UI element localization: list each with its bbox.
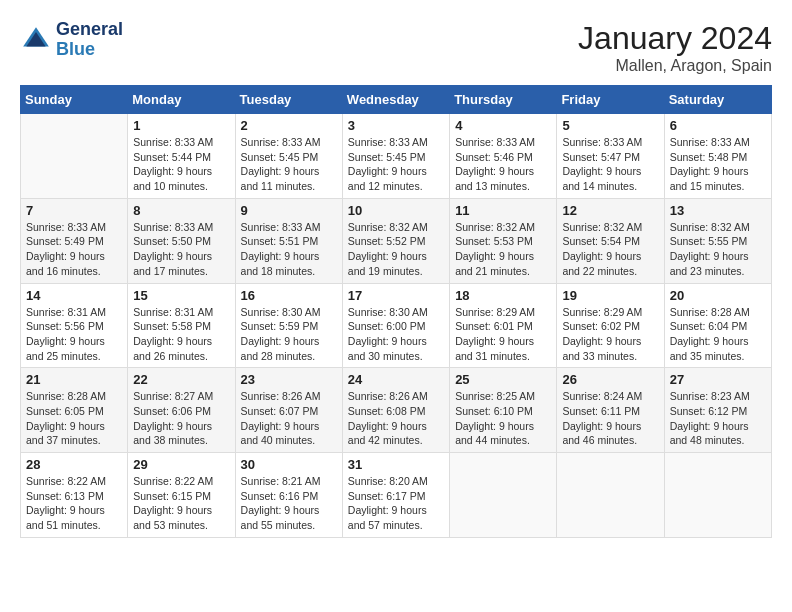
day-info: Sunrise: 8:33 AMSunset: 5:44 PMDaylight:… [133, 135, 229, 194]
day-info: Sunrise: 8:24 AMSunset: 6:11 PMDaylight:… [562, 389, 658, 448]
calendar-week-3: 14Sunrise: 8:31 AMSunset: 5:56 PMDayligh… [21, 283, 772, 368]
day-info: Sunrise: 8:33 AMSunset: 5:49 PMDaylight:… [26, 220, 122, 279]
calendar-body: 1Sunrise: 8:33 AMSunset: 5:44 PMDaylight… [21, 114, 772, 538]
day-number: 29 [133, 457, 229, 472]
calendar-cell: 10Sunrise: 8:32 AMSunset: 5:52 PMDayligh… [342, 198, 449, 283]
calendar-cell: 1Sunrise: 8:33 AMSunset: 5:44 PMDaylight… [128, 114, 235, 199]
calendar-cell: 18Sunrise: 8:29 AMSunset: 6:01 PMDayligh… [450, 283, 557, 368]
calendar-cell: 5Sunrise: 8:33 AMSunset: 5:47 PMDaylight… [557, 114, 664, 199]
header-day-sunday: Sunday [21, 86, 128, 114]
day-number: 30 [241, 457, 337, 472]
calendar-cell: 4Sunrise: 8:33 AMSunset: 5:46 PMDaylight… [450, 114, 557, 199]
day-info: Sunrise: 8:32 AMSunset: 5:52 PMDaylight:… [348, 220, 444, 279]
header: General Blue January 2024 Mallen, Aragon… [20, 20, 772, 75]
calendar-cell: 24Sunrise: 8:26 AMSunset: 6:08 PMDayligh… [342, 368, 449, 453]
day-number: 16 [241, 288, 337, 303]
day-number: 17 [348, 288, 444, 303]
calendar-cell: 14Sunrise: 8:31 AMSunset: 5:56 PMDayligh… [21, 283, 128, 368]
calendar-cell: 21Sunrise: 8:28 AMSunset: 6:05 PMDayligh… [21, 368, 128, 453]
day-info: Sunrise: 8:22 AMSunset: 6:15 PMDaylight:… [133, 474, 229, 533]
day-info: Sunrise: 8:29 AMSunset: 6:01 PMDaylight:… [455, 305, 551, 364]
calendar-cell: 12Sunrise: 8:32 AMSunset: 5:54 PMDayligh… [557, 198, 664, 283]
calendar-cell: 31Sunrise: 8:20 AMSunset: 6:17 PMDayligh… [342, 453, 449, 538]
calendar-header: SundayMondayTuesdayWednesdayThursdayFrid… [21, 86, 772, 114]
day-number: 15 [133, 288, 229, 303]
day-info: Sunrise: 8:33 AMSunset: 5:50 PMDaylight:… [133, 220, 229, 279]
calendar-cell: 15Sunrise: 8:31 AMSunset: 5:58 PMDayligh… [128, 283, 235, 368]
day-number: 22 [133, 372, 229, 387]
day-info: Sunrise: 8:32 AMSunset: 5:53 PMDaylight:… [455, 220, 551, 279]
calendar-cell: 7Sunrise: 8:33 AMSunset: 5:49 PMDaylight… [21, 198, 128, 283]
day-info: Sunrise: 8:32 AMSunset: 5:55 PMDaylight:… [670, 220, 766, 279]
calendar-cell [450, 453, 557, 538]
calendar-week-1: 1Sunrise: 8:33 AMSunset: 5:44 PMDaylight… [21, 114, 772, 199]
calendar-table: SundayMondayTuesdayWednesdayThursdayFrid… [20, 85, 772, 538]
calendar-cell: 11Sunrise: 8:32 AMSunset: 5:53 PMDayligh… [450, 198, 557, 283]
calendar-cell: 16Sunrise: 8:30 AMSunset: 5:59 PMDayligh… [235, 283, 342, 368]
calendar-cell: 23Sunrise: 8:26 AMSunset: 6:07 PMDayligh… [235, 368, 342, 453]
day-info: Sunrise: 8:30 AMSunset: 6:00 PMDaylight:… [348, 305, 444, 364]
day-info: Sunrise: 8:21 AMSunset: 6:16 PMDaylight:… [241, 474, 337, 533]
day-info: Sunrise: 8:33 AMSunset: 5:48 PMDaylight:… [670, 135, 766, 194]
calendar-cell: 20Sunrise: 8:28 AMSunset: 6:04 PMDayligh… [664, 283, 771, 368]
day-number: 12 [562, 203, 658, 218]
calendar-cell: 29Sunrise: 8:22 AMSunset: 6:15 PMDayligh… [128, 453, 235, 538]
day-number: 5 [562, 118, 658, 133]
day-number: 31 [348, 457, 444, 472]
day-number: 25 [455, 372, 551, 387]
calendar-cell: 2Sunrise: 8:33 AMSunset: 5:45 PMDaylight… [235, 114, 342, 199]
logo-text: General Blue [56, 20, 123, 60]
calendar-cell: 13Sunrise: 8:32 AMSunset: 5:55 PMDayligh… [664, 198, 771, 283]
day-number: 3 [348, 118, 444, 133]
day-info: Sunrise: 8:31 AMSunset: 5:58 PMDaylight:… [133, 305, 229, 364]
day-info: Sunrise: 8:33 AMSunset: 5:47 PMDaylight:… [562, 135, 658, 194]
day-number: 26 [562, 372, 658, 387]
calendar-cell: 30Sunrise: 8:21 AMSunset: 6:16 PMDayligh… [235, 453, 342, 538]
day-info: Sunrise: 8:33 AMSunset: 5:45 PMDaylight:… [348, 135, 444, 194]
day-info: Sunrise: 8:29 AMSunset: 6:02 PMDaylight:… [562, 305, 658, 364]
location-title: Mallen, Aragon, Spain [578, 57, 772, 75]
calendar-cell: 22Sunrise: 8:27 AMSunset: 6:06 PMDayligh… [128, 368, 235, 453]
day-info: Sunrise: 8:32 AMSunset: 5:54 PMDaylight:… [562, 220, 658, 279]
header-day-thursday: Thursday [450, 86, 557, 114]
header-day-friday: Friday [557, 86, 664, 114]
day-info: Sunrise: 8:31 AMSunset: 5:56 PMDaylight:… [26, 305, 122, 364]
day-number: 21 [26, 372, 122, 387]
logo-icon [20, 24, 52, 56]
day-info: Sunrise: 8:33 AMSunset: 5:46 PMDaylight:… [455, 135, 551, 194]
day-info: Sunrise: 8:28 AMSunset: 6:05 PMDaylight:… [26, 389, 122, 448]
calendar-week-4: 21Sunrise: 8:28 AMSunset: 6:05 PMDayligh… [21, 368, 772, 453]
day-number: 6 [670, 118, 766, 133]
calendar-cell: 25Sunrise: 8:25 AMSunset: 6:10 PMDayligh… [450, 368, 557, 453]
day-info: Sunrise: 8:23 AMSunset: 6:12 PMDaylight:… [670, 389, 766, 448]
day-number: 23 [241, 372, 337, 387]
day-info: Sunrise: 8:26 AMSunset: 6:07 PMDaylight:… [241, 389, 337, 448]
day-number: 13 [670, 203, 766, 218]
day-info: Sunrise: 8:27 AMSunset: 6:06 PMDaylight:… [133, 389, 229, 448]
day-info: Sunrise: 8:22 AMSunset: 6:13 PMDaylight:… [26, 474, 122, 533]
calendar-cell [664, 453, 771, 538]
day-number: 28 [26, 457, 122, 472]
day-info: Sunrise: 8:20 AMSunset: 6:17 PMDaylight:… [348, 474, 444, 533]
day-number: 19 [562, 288, 658, 303]
day-number: 14 [26, 288, 122, 303]
header-day-monday: Monday [128, 86, 235, 114]
header-row: SundayMondayTuesdayWednesdayThursdayFrid… [21, 86, 772, 114]
calendar-cell [21, 114, 128, 199]
day-number: 9 [241, 203, 337, 218]
calendar-cell: 3Sunrise: 8:33 AMSunset: 5:45 PMDaylight… [342, 114, 449, 199]
logo: General Blue [20, 20, 123, 60]
day-info: Sunrise: 8:25 AMSunset: 6:10 PMDaylight:… [455, 389, 551, 448]
day-number: 11 [455, 203, 551, 218]
month-title: January 2024 [578, 20, 772, 57]
day-number: 27 [670, 372, 766, 387]
header-day-saturday: Saturday [664, 86, 771, 114]
day-number: 10 [348, 203, 444, 218]
header-day-wednesday: Wednesday [342, 86, 449, 114]
day-info: Sunrise: 8:33 AMSunset: 5:51 PMDaylight:… [241, 220, 337, 279]
day-number: 1 [133, 118, 229, 133]
calendar-cell: 8Sunrise: 8:33 AMSunset: 5:50 PMDaylight… [128, 198, 235, 283]
day-number: 18 [455, 288, 551, 303]
calendar-cell: 26Sunrise: 8:24 AMSunset: 6:11 PMDayligh… [557, 368, 664, 453]
calendar-week-5: 28Sunrise: 8:22 AMSunset: 6:13 PMDayligh… [21, 453, 772, 538]
